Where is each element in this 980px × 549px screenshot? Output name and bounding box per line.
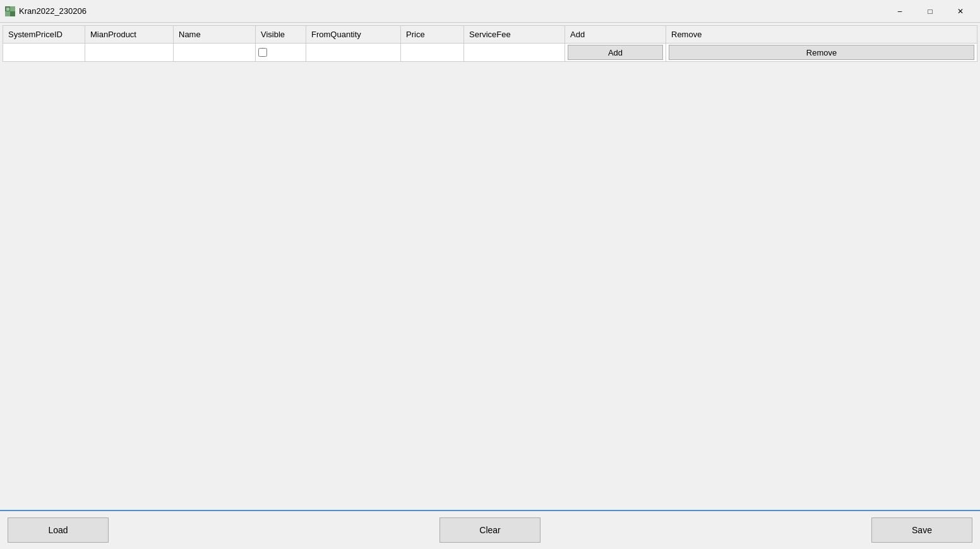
table-row: Add Remove (3, 44, 977, 62)
table-container: SystemPriceID MianProduct Name Visible F… (3, 25, 977, 507)
cell-visible (256, 44, 306, 62)
col-header-name: Name (174, 26, 256, 44)
close-button[interactable]: ✕ (946, 4, 975, 19)
cell-from-quantity (306, 44, 401, 62)
col-header-system-price-id: SystemPriceID (3, 26, 85, 44)
maximize-button[interactable]: □ (916, 4, 945, 19)
col-header-service-fee: ServiceFee (464, 26, 565, 44)
input-mian-product[interactable] (88, 48, 170, 57)
table-header-row: SystemPriceID MianProduct Name Visible F… (3, 26, 977, 44)
col-header-remove: Remove (666, 26, 977, 44)
remove-row-button[interactable]: Remove (669, 45, 974, 60)
title-bar-left: Kran2022_230206 (5, 6, 87, 16)
svg-rect-4 (6, 8, 9, 11)
input-system-price-id[interactable] (6, 48, 82, 57)
cell-remove: Remove (666, 44, 977, 62)
svg-rect-1 (10, 6, 15, 11)
save-button[interactable]: Save (871, 517, 972, 543)
title-bar: Kran2022_230206 – □ ✕ (0, 0, 980, 23)
add-row-button[interactable]: Add (568, 45, 663, 60)
cell-price (401, 44, 464, 62)
window-title: Kran2022_230206 (19, 6, 87, 16)
col-header-mian-product: MianProduct (85, 26, 174, 44)
col-header-add: Add (565, 26, 666, 44)
input-from-quantity[interactable] (309, 48, 398, 57)
svg-rect-3 (10, 11, 15, 16)
col-header-price: Price (401, 26, 464, 44)
load-button[interactable]: Load (8, 517, 109, 543)
input-price[interactable] (403, 48, 461, 57)
data-table: SystemPriceID MianProduct Name Visible F… (3, 25, 977, 62)
main-content: SystemPriceID MianProduct Name Visible F… (0, 23, 980, 510)
input-name[interactable] (176, 48, 253, 57)
cell-system-price-id (3, 44, 85, 62)
input-service-fee[interactable] (467, 48, 562, 57)
clear-button[interactable]: Clear (439, 517, 541, 543)
app-icon (5, 6, 15, 16)
col-header-visible: Visible (256, 26, 306, 44)
cell-add: Add (565, 44, 666, 62)
cell-service-fee (464, 44, 565, 62)
footer: Load Clear Save (0, 511, 980, 549)
svg-rect-2 (5, 11, 10, 16)
cell-mian-product (85, 44, 174, 62)
checkbox-cell-visible (258, 48, 303, 57)
footer-center: Clear (439, 517, 541, 543)
col-header-from-quantity: FromQuantity (306, 26, 401, 44)
minimize-button[interactable]: – (885, 4, 914, 19)
title-bar-controls: – □ ✕ (885, 4, 975, 19)
checkbox-visible[interactable] (258, 48, 267, 57)
cell-name (174, 44, 256, 62)
